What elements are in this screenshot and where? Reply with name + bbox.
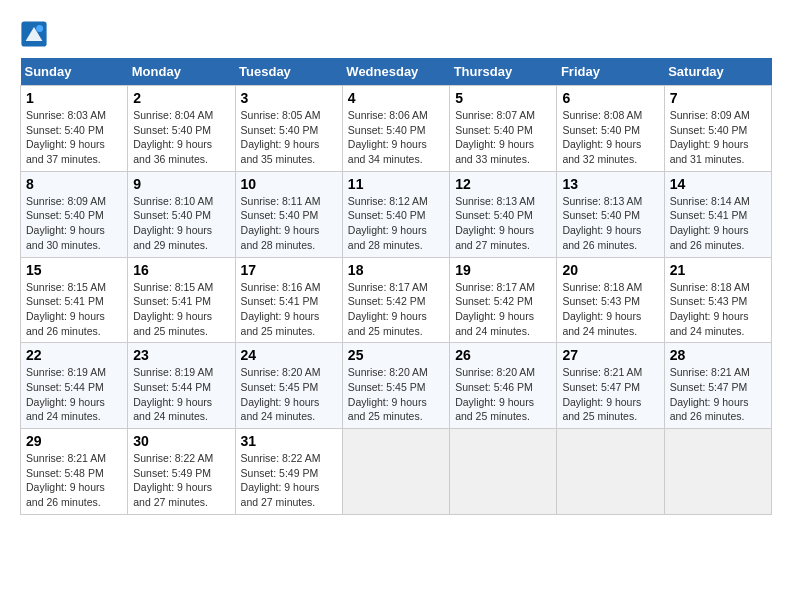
calendar-cell: 12Sunrise: 8:13 AM Sunset: 5:40 PM Dayli… xyxy=(450,171,557,257)
logo xyxy=(20,20,52,48)
calendar-cell: 30Sunrise: 8:22 AM Sunset: 5:49 PM Dayli… xyxy=(128,429,235,515)
day-info: Sunrise: 8:20 AM Sunset: 5:45 PM Dayligh… xyxy=(241,365,337,424)
day-number: 12 xyxy=(455,176,551,192)
calendar-cell: 25Sunrise: 8:20 AM Sunset: 5:45 PM Dayli… xyxy=(342,343,449,429)
day-number: 11 xyxy=(348,176,444,192)
calendar-cell: 7Sunrise: 8:09 AM Sunset: 5:40 PM Daylig… xyxy=(664,86,771,172)
day-info: Sunrise: 8:19 AM Sunset: 5:44 PM Dayligh… xyxy=(26,365,122,424)
day-info: Sunrise: 8:17 AM Sunset: 5:42 PM Dayligh… xyxy=(348,280,444,339)
day-number: 18 xyxy=(348,262,444,278)
calendar-cell: 18Sunrise: 8:17 AM Sunset: 5:42 PM Dayli… xyxy=(342,257,449,343)
day-number: 27 xyxy=(562,347,658,363)
calendar-cell xyxy=(342,429,449,515)
weekday-header-monday: Monday xyxy=(128,58,235,86)
day-info: Sunrise: 8:22 AM Sunset: 5:49 PM Dayligh… xyxy=(133,451,229,510)
day-number: 19 xyxy=(455,262,551,278)
calendar-cell: 23Sunrise: 8:19 AM Sunset: 5:44 PM Dayli… xyxy=(128,343,235,429)
day-info: Sunrise: 8:14 AM Sunset: 5:41 PM Dayligh… xyxy=(670,194,766,253)
calendar-cell xyxy=(450,429,557,515)
day-info: Sunrise: 8:03 AM Sunset: 5:40 PM Dayligh… xyxy=(26,108,122,167)
calendar-cell: 8Sunrise: 8:09 AM Sunset: 5:40 PM Daylig… xyxy=(21,171,128,257)
day-number: 24 xyxy=(241,347,337,363)
day-number: 1 xyxy=(26,90,122,106)
day-info: Sunrise: 8:15 AM Sunset: 5:41 PM Dayligh… xyxy=(26,280,122,339)
calendar-cell: 29Sunrise: 8:21 AM Sunset: 5:48 PM Dayli… xyxy=(21,429,128,515)
calendar-week-2: 8Sunrise: 8:09 AM Sunset: 5:40 PM Daylig… xyxy=(21,171,772,257)
day-info: Sunrise: 8:18 AM Sunset: 5:43 PM Dayligh… xyxy=(670,280,766,339)
day-number: 29 xyxy=(26,433,122,449)
day-number: 10 xyxy=(241,176,337,192)
weekday-header-sunday: Sunday xyxy=(21,58,128,86)
calendar-cell: 9Sunrise: 8:10 AM Sunset: 5:40 PM Daylig… xyxy=(128,171,235,257)
day-info: Sunrise: 8:09 AM Sunset: 5:40 PM Dayligh… xyxy=(670,108,766,167)
day-number: 14 xyxy=(670,176,766,192)
day-info: Sunrise: 8:04 AM Sunset: 5:40 PM Dayligh… xyxy=(133,108,229,167)
calendar-cell: 16Sunrise: 8:15 AM Sunset: 5:41 PM Dayli… xyxy=(128,257,235,343)
day-info: Sunrise: 8:15 AM Sunset: 5:41 PM Dayligh… xyxy=(133,280,229,339)
day-number: 30 xyxy=(133,433,229,449)
weekday-header-saturday: Saturday xyxy=(664,58,771,86)
calendar-cell: 28Sunrise: 8:21 AM Sunset: 5:47 PM Dayli… xyxy=(664,343,771,429)
day-info: Sunrise: 8:16 AM Sunset: 5:41 PM Dayligh… xyxy=(241,280,337,339)
day-info: Sunrise: 8:20 AM Sunset: 5:46 PM Dayligh… xyxy=(455,365,551,424)
weekday-header-thursday: Thursday xyxy=(450,58,557,86)
day-info: Sunrise: 8:17 AM Sunset: 5:42 PM Dayligh… xyxy=(455,280,551,339)
day-number: 26 xyxy=(455,347,551,363)
day-info: Sunrise: 8:12 AM Sunset: 5:40 PM Dayligh… xyxy=(348,194,444,253)
day-number: 4 xyxy=(348,90,444,106)
day-info: Sunrise: 8:21 AM Sunset: 5:48 PM Dayligh… xyxy=(26,451,122,510)
day-number: 25 xyxy=(348,347,444,363)
calendar-cell: 5Sunrise: 8:07 AM Sunset: 5:40 PM Daylig… xyxy=(450,86,557,172)
day-info: Sunrise: 8:08 AM Sunset: 5:40 PM Dayligh… xyxy=(562,108,658,167)
day-info: Sunrise: 8:18 AM Sunset: 5:43 PM Dayligh… xyxy=(562,280,658,339)
day-number: 7 xyxy=(670,90,766,106)
calendar-cell: 20Sunrise: 8:18 AM Sunset: 5:43 PM Dayli… xyxy=(557,257,664,343)
calendar-cell: 4Sunrise: 8:06 AM Sunset: 5:40 PM Daylig… xyxy=(342,86,449,172)
day-info: Sunrise: 8:21 AM Sunset: 5:47 PM Dayligh… xyxy=(670,365,766,424)
calendar-cell: 11Sunrise: 8:12 AM Sunset: 5:40 PM Dayli… xyxy=(342,171,449,257)
calendar-cell: 15Sunrise: 8:15 AM Sunset: 5:41 PM Dayli… xyxy=(21,257,128,343)
calendar-cell: 10Sunrise: 8:11 AM Sunset: 5:40 PM Dayli… xyxy=(235,171,342,257)
day-info: Sunrise: 8:05 AM Sunset: 5:40 PM Dayligh… xyxy=(241,108,337,167)
day-info: Sunrise: 8:22 AM Sunset: 5:49 PM Dayligh… xyxy=(241,451,337,510)
day-info: Sunrise: 8:19 AM Sunset: 5:44 PM Dayligh… xyxy=(133,365,229,424)
calendar-cell: 1Sunrise: 8:03 AM Sunset: 5:40 PM Daylig… xyxy=(21,86,128,172)
day-info: Sunrise: 8:09 AM Sunset: 5:40 PM Dayligh… xyxy=(26,194,122,253)
day-number: 3 xyxy=(241,90,337,106)
weekday-header-wednesday: Wednesday xyxy=(342,58,449,86)
calendar-week-4: 22Sunrise: 8:19 AM Sunset: 5:44 PM Dayli… xyxy=(21,343,772,429)
calendar-cell: 24Sunrise: 8:20 AM Sunset: 5:45 PM Dayli… xyxy=(235,343,342,429)
calendar-cell: 22Sunrise: 8:19 AM Sunset: 5:44 PM Dayli… xyxy=(21,343,128,429)
calendar-cell: 31Sunrise: 8:22 AM Sunset: 5:49 PM Dayli… xyxy=(235,429,342,515)
day-number: 23 xyxy=(133,347,229,363)
day-number: 20 xyxy=(562,262,658,278)
calendar-cell: 19Sunrise: 8:17 AM Sunset: 5:42 PM Dayli… xyxy=(450,257,557,343)
calendar-cell: 27Sunrise: 8:21 AM Sunset: 5:47 PM Dayli… xyxy=(557,343,664,429)
calendar-cell: 2Sunrise: 8:04 AM Sunset: 5:40 PM Daylig… xyxy=(128,86,235,172)
svg-point-2 xyxy=(36,25,43,32)
day-number: 31 xyxy=(241,433,337,449)
day-info: Sunrise: 8:13 AM Sunset: 5:40 PM Dayligh… xyxy=(455,194,551,253)
day-info: Sunrise: 8:10 AM Sunset: 5:40 PM Dayligh… xyxy=(133,194,229,253)
calendar-cell: 6Sunrise: 8:08 AM Sunset: 5:40 PM Daylig… xyxy=(557,86,664,172)
day-info: Sunrise: 8:13 AM Sunset: 5:40 PM Dayligh… xyxy=(562,194,658,253)
logo-icon xyxy=(20,20,48,48)
day-number: 9 xyxy=(133,176,229,192)
day-number: 22 xyxy=(26,347,122,363)
day-number: 13 xyxy=(562,176,658,192)
calendar-cell: 26Sunrise: 8:20 AM Sunset: 5:46 PM Dayli… xyxy=(450,343,557,429)
calendar-table: SundayMondayTuesdayWednesdayThursdayFrid… xyxy=(20,58,772,515)
calendar-week-5: 29Sunrise: 8:21 AM Sunset: 5:48 PM Dayli… xyxy=(21,429,772,515)
day-number: 2 xyxy=(133,90,229,106)
calendar-cell xyxy=(664,429,771,515)
calendar-cell: 17Sunrise: 8:16 AM Sunset: 5:41 PM Dayli… xyxy=(235,257,342,343)
weekday-header-friday: Friday xyxy=(557,58,664,86)
day-info: Sunrise: 8:07 AM Sunset: 5:40 PM Dayligh… xyxy=(455,108,551,167)
calendar-week-1: 1Sunrise: 8:03 AM Sunset: 5:40 PM Daylig… xyxy=(21,86,772,172)
day-number: 21 xyxy=(670,262,766,278)
calendar-cell: 3Sunrise: 8:05 AM Sunset: 5:40 PM Daylig… xyxy=(235,86,342,172)
day-info: Sunrise: 8:11 AM Sunset: 5:40 PM Dayligh… xyxy=(241,194,337,253)
calendar-cell: 14Sunrise: 8:14 AM Sunset: 5:41 PM Dayli… xyxy=(664,171,771,257)
calendar-cell: 13Sunrise: 8:13 AM Sunset: 5:40 PM Dayli… xyxy=(557,171,664,257)
calendar-cell: 21Sunrise: 8:18 AM Sunset: 5:43 PM Dayli… xyxy=(664,257,771,343)
